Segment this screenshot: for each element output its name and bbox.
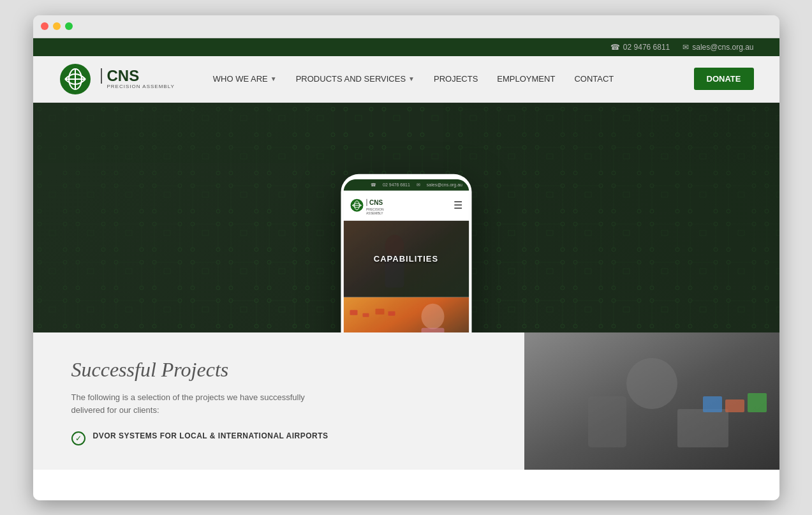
capabilities-image: CAPABILITIES: [343, 220, 469, 297]
check-icon: [71, 431, 85, 445]
svg-rect-30: [677, 409, 728, 447]
capabilities-label: CAPABILITIES: [374, 254, 438, 264]
phone-nav: CNS PRECISIONASSEMBLY ☰: [343, 190, 469, 220]
phone-contact[interactable]: ☎ 02 9476 6811: [610, 43, 670, 52]
phone-number: 02 9476 6811: [623, 43, 670, 52]
svg-rect-32: [725, 399, 744, 412]
project-image: [524, 332, 779, 470]
section-title: Successful Projects: [71, 358, 499, 382]
phone-number-small: 02 9476 6811: [383, 183, 410, 187]
site-header: CNS PRECISION ASSEMBLY WHO WE ARE ▼ PROD…: [33, 56, 779, 103]
svg-rect-31: [703, 396, 722, 412]
website-content: ☎ 02 9476 6811 ✉ sales@cns.org.au: [33, 38, 779, 500]
hero-section: ☎ 02 9476 6811 ✉ sales@cns.org.au: [33, 103, 779, 332]
phone-logo-text: CNS PRECISIONASSEMBLY: [366, 195, 384, 214]
phone-icon: ☎: [610, 43, 620, 52]
svg-rect-23: [375, 308, 384, 314]
projects-section: Successful Projects The following is a s…: [33, 332, 524, 470]
phone-mockup: ☎ 02 9476 6811 ✉ sales@cns.org.au: [341, 174, 471, 332]
phone-inner: ☎ 02 9476 6811 ✉ sales@cns.org.au: [343, 179, 469, 332]
phone-logo: CNS PRECISIONASSEMBLY: [350, 195, 384, 214]
svg-rect-24: [388, 311, 395, 315]
bottom-section: Successful Projects The following is a s…: [33, 332, 779, 470]
nav-label: PROJECTS: [434, 74, 478, 84]
project-item: DVOR SYSTEMS FOR LOCAL & INTERNATIONAL A…: [71, 430, 499, 445]
svg-point-28: [626, 358, 677, 409]
phone-logo-svg: [350, 198, 364, 212]
project-photo: [524, 332, 779, 470]
chevron-down-icon: ▼: [270, 75, 277, 82]
browser-minimize-dot[interactable]: [53, 22, 61, 30]
browser-maximize-dot[interactable]: [65, 22, 73, 30]
email-icon: ✉: [683, 43, 689, 52]
nav-label: WHO WE ARE: [213, 74, 268, 84]
phone-icon-small: ☎: [371, 182, 376, 187]
manufacturing-svg: [524, 332, 779, 470]
nav-projects[interactable]: PROJECTS: [434, 74, 478, 84]
nav-label: EMPLOYMENT: [497, 74, 555, 84]
phone-logo-name: CNS: [366, 198, 383, 205]
nav-employment[interactable]: EMPLOYMENT: [497, 74, 555, 84]
top-contact-bar: ☎ 02 9476 6811 ✉ sales@cns.org.au: [33, 38, 779, 56]
phone-logo-sub: PRECISIONASSEMBLY: [366, 207, 384, 214]
svg-rect-22: [362, 313, 369, 317]
svg-rect-29: [588, 396, 626, 447]
browser-chrome: [33, 15, 779, 38]
nav-label: PRODUCTS AND SERVICES: [296, 74, 406, 84]
svg-rect-26: [421, 327, 444, 332]
email-contact[interactable]: ✉ sales@cns.org.au: [683, 43, 753, 52]
logo-text: CNS PRECISION ASSEMBLY: [98, 68, 175, 89]
section-description: The following is a selection of the proj…: [71, 391, 327, 418]
assembly-svg: [343, 297, 469, 332]
svg-point-25: [421, 303, 444, 329]
nav-products-services[interactable]: PRODUCTS AND SERVICES ▼: [296, 74, 415, 84]
svg-rect-33: [748, 393, 767, 412]
hamburger-menu-icon[interactable]: ☰: [454, 199, 462, 211]
phone-capabilities-section[interactable]: CAPABILITIES: [343, 220, 469, 297]
email-small: sales@cns.org.au: [427, 183, 462, 187]
svg-rect-21: [350, 310, 357, 315]
browser-close-dot[interactable]: [41, 22, 48, 30]
nav-label: CONTACT: [574, 74, 614, 84]
email-icon-small: ✉: [417, 182, 420, 187]
assembly-image: Through Hole Assembly: [343, 297, 469, 332]
browser-window: ☎ 02 9476 6811 ✉ sales@cns.org.au: [33, 15, 779, 500]
nav-who-we-are[interactable]: WHO WE ARE ▼: [213, 74, 277, 84]
donate-button[interactable]: DONATE: [694, 68, 754, 90]
project-name: DVOR SYSTEMS FOR LOCAL & INTERNATIONAL A…: [93, 430, 328, 442]
chevron-down-icon: ▼: [408, 75, 415, 82]
logo-subtitle: PRECISION ASSEMBLY: [98, 84, 175, 89]
nav-contact[interactable]: CONTACT: [574, 74, 614, 84]
logo-name: CNS: [101, 68, 175, 84]
svg-rect-20: [343, 297, 469, 332]
email-address: sales@cns.org.au: [692, 43, 753, 52]
phone-top-bar: ☎ 02 9476 6811 ✉ sales@cns.org.au: [343, 179, 469, 190]
main-nav: WHO WE ARE ▼ PRODUCTS AND SERVICES ▼ PRO…: [213, 68, 754, 90]
phone-assembly-section[interactable]: Through Hole Assembly: [343, 297, 469, 332]
logo-svg: [59, 63, 92, 96]
site-logo[interactable]: CNS PRECISION ASSEMBLY: [59, 63, 175, 96]
